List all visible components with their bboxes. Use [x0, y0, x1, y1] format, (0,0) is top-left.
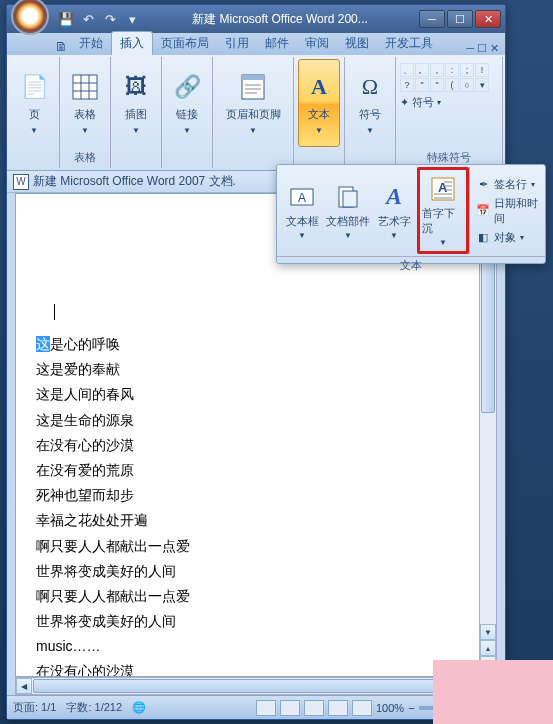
picture-icon: 🖼	[120, 71, 152, 103]
chevron-down-icon: ▼	[81, 126, 89, 135]
signature-icon: ✒	[476, 177, 490, 191]
header-footer-label: 页眉和页脚	[226, 107, 281, 122]
scroll-left-button[interactable]: ◀	[16, 678, 32, 694]
office-button[interactable]	[11, 0, 49, 35]
omega-icon: Ω	[354, 71, 386, 103]
minimize-ribbon-icon[interactable]: ─	[466, 42, 474, 55]
tab-view[interactable]: 视图	[337, 32, 377, 55]
overlay-box	[433, 660, 553, 724]
textbox-icon: A	[286, 182, 318, 212]
close-button[interactable]: ✕	[475, 10, 501, 28]
chevron-down-icon: ▼	[132, 126, 140, 135]
tab-review[interactable]: 审阅	[297, 32, 337, 55]
table-button[interactable]: 表格 ▼	[64, 59, 106, 147]
close-doc-icon[interactable]: ✕	[490, 42, 499, 55]
fullscreen-view[interactable]	[280, 700, 300, 716]
tab-references[interactable]: 引用	[217, 32, 257, 55]
special-symbols-grid[interactable]: 、。,:;! ?""(○▾	[400, 63, 489, 92]
more-symbols-button[interactable]: ✦符号▾	[400, 95, 441, 110]
link-label: 链接	[176, 107, 198, 122]
text-line[interactable]: 这是人间的春风	[36, 382, 476, 407]
textbox-button[interactable]: A 文本框 ▼	[279, 167, 325, 254]
tab-developer[interactable]: 开发工具	[377, 32, 441, 55]
page-icon: 📄	[18, 71, 50, 103]
undo-icon[interactable]: ↶	[79, 10, 97, 28]
draft-view[interactable]	[352, 700, 372, 716]
link-button[interactable]: 🔗 链接 ▼	[166, 59, 208, 147]
dropcap-highlight: A 首字下沉 ▼	[417, 167, 469, 254]
zoom-out-button[interactable]: −	[408, 702, 414, 714]
object-button[interactable]: ◧ 对象▾	[474, 229, 543, 246]
page-status[interactable]: 页面: 1/1	[13, 700, 56, 715]
chevron-down-icon: ▼	[315, 126, 323, 135]
selected-text[interactable]: 这	[36, 336, 50, 352]
chevron-down-icon: ▼	[249, 126, 257, 135]
word-doc-icon: W	[13, 174, 29, 190]
wordart-button[interactable]: A 艺术字 ▼	[371, 167, 417, 254]
outline-view[interactable]	[328, 700, 348, 716]
restore-window-icon[interactable]: ☐	[477, 42, 487, 55]
prev-page-button[interactable]: ▴	[480, 640, 496, 656]
text-line[interactable]: 这是生命的源泉	[36, 408, 476, 433]
maximize-button[interactable]: ☐	[447, 10, 473, 28]
chevron-down-icon: ▼	[366, 126, 374, 135]
svg-rect-0	[73, 75, 97, 99]
text-line[interactable]: 啊只要人人都献出一点爱	[36, 584, 476, 609]
text-line[interactable]: 这是心的呼唤	[36, 332, 476, 357]
page-button[interactable]: 📄 页 ▼	[13, 59, 55, 147]
text-line[interactable]: 世界将变成美好的人间	[36, 559, 476, 584]
doc-small-icon[interactable]: 🗎	[51, 37, 71, 55]
chevron-down-icon: ▼	[344, 231, 352, 240]
symbol-label: 符号	[359, 107, 381, 122]
qat-dropdown-icon[interactable]: ▾	[123, 10, 141, 28]
scroll-down-button[interactable]: ▼	[480, 624, 496, 640]
web-layout-view[interactable]	[304, 700, 324, 716]
symbol-button[interactable]: Ω 符号 ▼	[349, 59, 391, 147]
tab-insert[interactable]: 插入	[111, 31, 153, 55]
zoom-level[interactable]: 100%	[376, 702, 404, 714]
text-line[interactable]: 在没有心的沙漠	[36, 659, 476, 677]
document-title: 新建 Microsoft Office Word 2007 文档.	[33, 173, 236, 190]
scroll-thumb-h[interactable]	[33, 679, 479, 693]
ribbon-tabs: 🗎 开始 插入 页面布局 引用 邮件 审阅 视图 开发工具 ─ ☐ ✕	[7, 33, 505, 55]
text-cursor	[54, 304, 476, 320]
tab-page-layout[interactable]: 页面布局	[153, 32, 217, 55]
chevron-down-icon: ▼	[390, 231, 398, 240]
text-line[interactable]: 在没有爱的荒原	[36, 458, 476, 483]
text-line[interactable]: 死神也望而却步	[36, 483, 476, 508]
chevron-down-icon: ▼	[298, 231, 306, 240]
text-line[interactable]: 幸福之花处处开遍	[36, 508, 476, 533]
redo-icon[interactable]: ↷	[101, 10, 119, 28]
print-layout-view[interactable]	[256, 700, 276, 716]
text-line[interactable]: 在没有心的沙漠	[36, 433, 476, 458]
ribbon: 📄 页 ▼ 表格 ▼ 表格 🖼	[7, 55, 505, 171]
dropcap-button[interactable]: A 首字下沉 ▼	[421, 171, 465, 250]
language-icon[interactable]: 🌐	[132, 701, 146, 714]
header-footer-button[interactable]: 页眉和页脚 ▼	[217, 59, 289, 147]
word-count[interactable]: 字数: 1/212	[66, 700, 122, 715]
tab-home[interactable]: 开始	[71, 32, 111, 55]
minimize-button[interactable]: ─	[419, 10, 445, 28]
illustration-label: 插图	[125, 107, 147, 122]
object-icon: ◧	[476, 230, 490, 244]
date-time-button[interactable]: 📅 日期和时间	[474, 195, 543, 227]
star-icon: ✦	[400, 96, 409, 109]
horizontal-scrollbar[interactable]: ◀ ▶	[15, 677, 497, 695]
text-group-flyout: A 文本框 ▼ 文档部件 ▼ A 艺术字 ▼ A 首字下沉 ▼	[276, 164, 546, 264]
table-icon	[69, 71, 101, 103]
doc-parts-button[interactable]: 文档部件 ▼	[325, 167, 371, 254]
table-group-label: 表格	[64, 149, 106, 166]
signature-line-button[interactable]: ✒ 签名行▾	[474, 176, 543, 193]
svg-rect-6	[242, 75, 264, 80]
text-line[interactable]: 这是爱的奉献	[36, 357, 476, 382]
text-button[interactable]: A 文本 ▼	[298, 59, 340, 147]
text-line[interactable]: music……	[36, 634, 476, 659]
text-icon: A	[303, 71, 335, 103]
text-line[interactable]: 世界将变成美好的人间	[36, 609, 476, 634]
tab-mail[interactable]: 邮件	[257, 32, 297, 55]
wordart-icon: A	[378, 182, 410, 212]
svg-text:A: A	[298, 191, 306, 205]
save-icon[interactable]: 💾	[57, 10, 75, 28]
text-line[interactable]: 啊只要人人都献出一点爱	[36, 534, 476, 559]
illustration-button[interactable]: 🖼 插图 ▼	[115, 59, 157, 147]
